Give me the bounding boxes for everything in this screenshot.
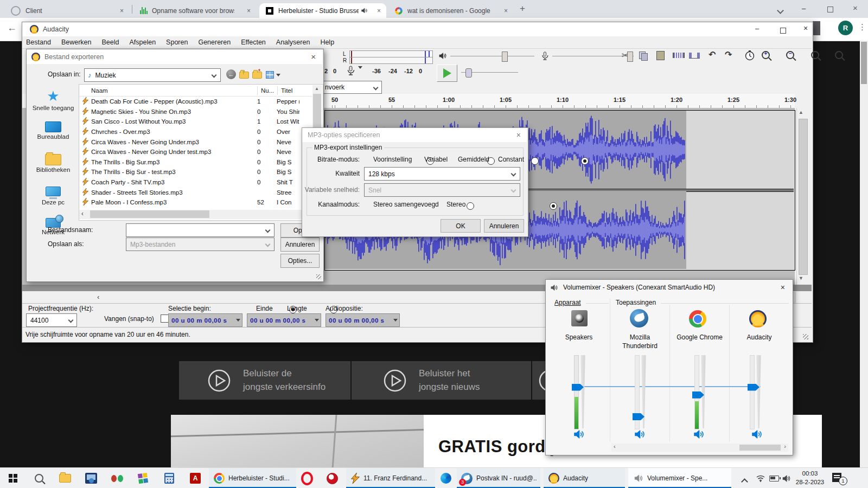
taskbar-audacity-button[interactable]: Audacity (544, 468, 625, 488)
view-menu-icon[interactable] (266, 71, 280, 79)
search-button[interactable] (31, 468, 47, 488)
saveas-select[interactable]: Mp3-bestanden (126, 237, 275, 251)
file-row[interactable]: Death Cab For Cutie - Pepper (Acoustic).… (79, 97, 312, 107)
cancel-button[interactable]: Annuleren (280, 237, 320, 252)
timer-record-icon[interactable] (744, 50, 755, 61)
mp3-ok-button[interactable]: OK (441, 219, 481, 233)
tab-audio-icon[interactable] (361, 7, 368, 14)
playback-volume-thumb[interactable] (502, 52, 508, 62)
file-row[interactable]: Pale Moon - I Confess.mp352I Con (79, 197, 312, 208)
browser-restore-icon[interactable] (827, 5, 833, 15)
speakers-device-icon[interactable] (571, 310, 588, 326)
menu-item[interactable]: Help (320, 38, 334, 46)
audacity-minimize-icon[interactable]: – (755, 25, 759, 32)
cube-app-button[interactable] (136, 468, 151, 488)
chrome-mute-icon[interactable] (693, 428, 705, 440)
track-vscrollbar[interactable]: ▲ ▼ (796, 108, 808, 285)
zoom-fit-icon[interactable] (835, 51, 843, 59)
bitrate-average-radio[interactable] (531, 157, 539, 165)
tab-client[interactable]: Client × (4, 3, 129, 18)
zoom-selection-icon[interactable] (811, 51, 819, 59)
filename-input[interactable] (126, 223, 275, 237)
silence-audio-icon[interactable] (689, 53, 700, 59)
mixer-hscrollbar[interactable]: ‹ › (611, 444, 788, 452)
taskbar-mail-button[interactable]: 3 Postvak IN - ruud@... (457, 468, 540, 488)
new-folder-icon[interactable]: * (252, 71, 262, 81)
menu-item[interactable]: Genereren (198, 38, 231, 46)
opera-button[interactable] (299, 468, 315, 488)
tab-google-search[interactable]: wat is demoniseren - Google Zoe × (390, 3, 513, 18)
scroll-up-icon[interactable]: ▲ (315, 86, 319, 91)
menu-item[interactable]: Bewerken (61, 38, 92, 46)
menu-item[interactable]: Sporen (166, 38, 188, 46)
tab-opname-software[interactable]: Opname software voor browser s × (135, 3, 256, 18)
joint-stereo-radio[interactable] (467, 202, 474, 210)
taskbar-winamp-button[interactable]: 11. Franz Ferdinand... (346, 468, 435, 488)
export-close-icon[interactable]: × (311, 52, 316, 61)
scroll-down-icon[interactable]: ▼ (799, 275, 803, 281)
file-row[interactable]: Magnetic Skies - You Shine On.mp30You Sh… (79, 107, 312, 117)
tab-close-icon[interactable]: × (504, 7, 508, 15)
record-meter-dropdown-icon[interactable] (358, 69, 362, 79)
audacity-mute-icon[interactable] (751, 428, 763, 440)
vbr-speed-select[interactable]: Snel (364, 183, 520, 197)
paste-icon[interactable] (656, 51, 665, 60)
place-this-pc[interactable]: Deze pc (28, 187, 78, 206)
quality-select[interactable]: 128 kbps (364, 167, 520, 181)
menu-item[interactable]: Analyseren (276, 38, 310, 46)
tray-clock[interactable]: 00:03 28-2-2023 (793, 470, 827, 486)
record-meter-mic-icon[interactable] (345, 65, 356, 76)
place-quick-access[interactable]: ★ Snelle toegang (28, 88, 78, 111)
audacity-close-icon[interactable]: × (803, 25, 808, 32)
zoom-out-icon[interactable]: − (786, 51, 794, 59)
new-tab-icon[interactable]: + (520, 3, 525, 14)
mp3-dialog-titlebar[interactable]: MP3-opties specificeren × (302, 128, 527, 142)
menu-item[interactable]: Bestand (26, 38, 51, 46)
browser-minimize-icon[interactable]: – (802, 5, 806, 12)
wifi-icon[interactable] (756, 474, 765, 484)
menu-item[interactable]: Beeld (101, 38, 119, 46)
project-rate-select[interactable]: 44100 (26, 313, 77, 327)
column-titel[interactable]: Titel (281, 87, 292, 94)
vscroll-thumb[interactable] (799, 119, 808, 275)
audacity-mixer-icon[interactable] (749, 310, 767, 328)
mp3-cancel-button[interactable]: Annuleren (484, 219, 524, 233)
column-naam[interactable]: Naam (91, 87, 257, 94)
calculator-button[interactable] (162, 468, 177, 488)
file-row[interactable]: Chvrches - Over.mp30Over (79, 127, 312, 137)
zoom-in-icon[interactable]: + (762, 51, 770, 59)
cut-icon[interactable]: ✂ (622, 50, 629, 60)
battery-icon[interactable] (769, 476, 779, 481)
chrome-icon[interactable] (689, 310, 706, 328)
start-button[interactable] (5, 468, 21, 488)
mixer-scroll-left-icon[interactable]: ‹ (614, 443, 616, 450)
dialog-resize-grip[interactable] (316, 274, 321, 279)
selection-begin-field[interactable]: 00 u 00 m 00,00 s (168, 313, 242, 327)
mixer-scroll-right-icon[interactable]: › (784, 443, 786, 450)
file-row[interactable]: Coach Party - Shit TV.mp30Shit T (79, 177, 312, 188)
browser-scrollbar-thumb[interactable] (861, 42, 867, 84)
file-row[interactable]: The Thrills - Big Sur.mp30Big S (79, 157, 312, 168)
tab-herbeluister[interactable]: Herbeluister - Studio Brussel × (259, 3, 386, 18)
up-folder-icon[interactable]: ↑ (239, 71, 249, 81)
column-nummer[interactable]: Nu... (261, 87, 277, 94)
browser-menu-icon[interactable]: ⋮ (858, 22, 866, 32)
tab-close-icon[interactable]: × (120, 7, 124, 15)
play-speed-thumb[interactable] (465, 68, 472, 78)
edge-button[interactable] (438, 468, 454, 488)
place-libraries[interactable]: Bibliotheken (28, 154, 78, 173)
resize-grip[interactable] (803, 334, 808, 339)
playback-meter-right[interactable] (349, 57, 433, 64)
thunderbird-mute-icon[interactable] (634, 428, 646, 440)
dots-app-button[interactable] (110, 468, 125, 488)
file-row[interactable]: San Cisco - Lost Without You.mp31Lost Wi… (79, 117, 312, 127)
mp3-close-icon[interactable]: × (516, 131, 521, 139)
profile-avatar[interactable]: R (838, 21, 853, 35)
file-list-hscrollbar[interactable]: ‹ (79, 210, 322, 219)
tray-speaker-icon[interactable] (782, 474, 791, 483)
browser-scrollbar[interactable] (860, 41, 868, 467)
undo-icon[interactable]: ↶ (709, 49, 716, 60)
mixer-close-icon[interactable]: × (781, 283, 785, 292)
selection-end-field[interactable]: 00 u 00 m 00,00 s (247, 313, 321, 327)
snap-to-checkbox[interactable] (161, 314, 169, 323)
